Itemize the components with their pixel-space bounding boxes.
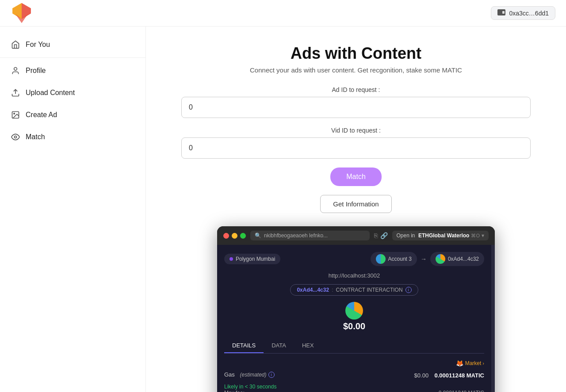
mm-balance: $0.00 <box>224 302 484 331</box>
vid-id-input[interactable] <box>181 137 531 159</box>
info-icon[interactable]: i <box>405 287 412 293</box>
mm-gas-header: 🦊 Market › <box>224 360 484 367</box>
mm-gas-row: Gas (estimated) i $0.00 0.00011248 MATIC <box>224 371 484 379</box>
mm-account-to[interactable]: 0xAd4...4c32 <box>430 252 484 266</box>
upload-icon <box>11 88 20 98</box>
match-button[interactable]: Match <box>330 167 382 186</box>
mm-accounts: Account 3 → 0xAd4...4c32 <box>371 252 484 266</box>
chevron-down-icon[interactable]: ▾ <box>482 232 484 239</box>
svg-rect-4 <box>502 11 505 14</box>
wallet-badge[interactable]: 0xa3cc…6dd1 <box>491 6 555 20</box>
max-fee-value: 0.00011248 MATIC <box>439 390 484 392</box>
network-dot <box>229 257 233 261</box>
gas-values: $0.00 0.00011248 MATIC <box>414 371 484 379</box>
gas-likely-text: Likely in < 30 seconds <box>224 384 484 390</box>
sidebar: For You Profile Upload Content Create Ad <box>0 27 146 392</box>
image-icon <box>11 110 20 120</box>
account-avatar <box>376 254 386 264</box>
minimize-button[interactable] <box>232 233 237 239</box>
browser-search-bar[interactable]: 🔍 nkibhfbeogaeaoeh lefnko... <box>250 231 370 240</box>
tab-data[interactable]: DATA <box>264 339 294 353</box>
browser-chrome: 🔍 nkibhfbeogaeaoeh lefnko... ⎘ 🔗 Open in… <box>217 226 495 245</box>
mm-content: Polygon Mumbai Account 3 → 0xAd4...4c32 <box>217 245 491 392</box>
mm-tabs: DETAILS DATA HEX <box>224 339 484 354</box>
main-content: Ads with Content Connect your ads with u… <box>146 27 566 392</box>
sidebar-item-match[interactable]: Match <box>0 126 145 148</box>
ethglobal-badge[interactable]: Open in ETHGlobal Waterloo ⌘O ▾ <box>392 231 489 240</box>
account-name: Account 3 <box>388 256 412 262</box>
contract-type-badge: CONTRACT INTERACTION <box>336 287 402 293</box>
mm-account-from[interactable]: Account 3 <box>371 252 417 266</box>
copy-icon[interactable]: ⎘ <box>374 232 378 239</box>
browser-actions: ⎘ 🔗 <box>374 232 388 239</box>
contract-address-badge: 0xAd4...4c32 <box>297 287 329 293</box>
get-info-button[interactable]: Get Information <box>320 195 391 213</box>
sidebar-label-for-you: For You <box>26 41 50 49</box>
mm-inner: Polygon Mumbai Account 3 → 0xAd4...4c32 <box>217 245 495 392</box>
sidebar-label-create-ad: Create Ad <box>26 111 57 119</box>
maximize-button[interactable] <box>240 233 246 239</box>
scrollbar[interactable] <box>491 245 495 392</box>
svg-marker-0 <box>22 3 31 19</box>
chevron-right-icon: › <box>482 361 484 366</box>
home-icon <box>11 40 20 49</box>
sidebar-item-for-you[interactable]: For You <box>0 34 145 56</box>
vid-id-label: Vid ID to request : <box>181 127 531 134</box>
sidebar-item-upload-content[interactable]: Upload Content <box>0 82 145 104</box>
page-title: Ads with Content <box>181 44 531 63</box>
ad-id-input[interactable] <box>181 97 531 118</box>
keyboard-shortcut: ⌘O <box>471 233 480 239</box>
link-icon[interactable]: 🔗 <box>380 232 388 239</box>
svg-point-5 <box>14 68 17 71</box>
gas-info-icon[interactable]: i <box>268 372 275 378</box>
layout: For You Profile Upload Content Create Ad <box>0 27 566 392</box>
tab-details[interactable]: DETAILS <box>224 339 264 353</box>
network-name: Polygon Mumbai <box>236 256 275 262</box>
sidebar-item-profile[interactable]: Profile <box>0 60 145 82</box>
mm-max-fee-row: Max fee: 0.00011248 MATIC <box>224 390 484 392</box>
topbar: 0xa3cc…6dd1 <box>0 0 566 27</box>
sidebar-item-create-ad[interactable]: Create Ad <box>0 104 145 126</box>
balance-avatar <box>345 302 363 320</box>
account-avatar-to <box>436 254 445 264</box>
page-subtitle: Connect your ads with user content. Get … <box>181 66 531 74</box>
mm-header: Polygon Mumbai Account 3 → 0xAd4...4c32 <box>224 252 484 266</box>
arrow-right-icon: → <box>421 255 427 263</box>
eye-icon <box>11 132 20 142</box>
wallet-icon <box>497 9 505 17</box>
user-icon <box>11 66 20 76</box>
close-button[interactable] <box>223 233 229 239</box>
market-link[interactable]: Market › <box>465 360 484 366</box>
gas-matic: 0.00011248 MATIC <box>435 372 485 379</box>
search-icon: 🔍 <box>255 232 261 239</box>
svg-point-9 <box>15 136 17 138</box>
balance-amount: $0.00 <box>224 321 484 331</box>
mm-url-bar: http://localhost:3002 <box>224 272 484 279</box>
tab-hex[interactable]: HEX <box>294 339 322 353</box>
ad-id-label: Ad ID to request : <box>181 86 531 93</box>
logo <box>11 2 33 24</box>
ethglobal-name: ETHGlobal Waterloo <box>418 232 470 239</box>
traffic-lights <box>223 233 246 239</box>
ethglobal-open-label: Open in <box>397 232 417 239</box>
sidebar-label-match: Match <box>26 133 45 141</box>
browser-url-text: nkibhfbeogaeaoeh lefnko... <box>264 232 328 239</box>
svg-marker-1 <box>12 3 22 19</box>
gas-usd: $0.00 <box>414 372 429 379</box>
gas-label: Gas (estimated) i <box>224 371 275 378</box>
fox-icon: 🦊 <box>456 360 463 367</box>
sidebar-label-profile: Profile <box>26 67 46 75</box>
market-label: Market <box>465 360 482 366</box>
sidebar-label-upload-content: Upload Content <box>26 89 75 97</box>
account-address: 0xAd4...4c32 <box>448 256 479 262</box>
max-fee-label: Max fee: <box>224 390 245 392</box>
mm-contract-badge: 0xAd4...4c32 : CONTRACT INTERACTION i <box>290 284 418 296</box>
svg-point-8 <box>14 113 15 114</box>
mm-url-text: http://localhost:3002 <box>329 272 380 279</box>
mm-network-selector[interactable]: Polygon Mumbai <box>224 254 280 264</box>
wallet-address: 0xa3cc…6dd1 <box>509 10 549 17</box>
metamask-popup: 🔍 nkibhfbeogaeaoeh lefnko... ⎘ 🔗 Open in… <box>217 226 495 392</box>
